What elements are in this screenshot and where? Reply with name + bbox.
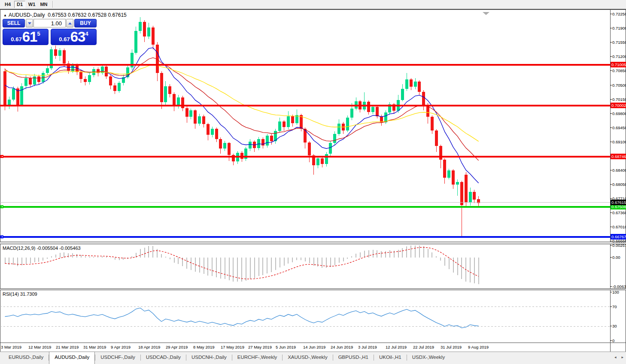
horizontal-level-line[interactable]	[0, 236, 610, 238]
timeframe-button-d1[interactable]: D1	[14, 1, 25, 8]
date-axis-label: 12 Jul 2019	[386, 345, 407, 349]
price-tick-label: 0.71900	[612, 26, 626, 30]
chart-tab-ukoil-h1[interactable]: UKOil-,H1	[374, 352, 407, 364]
chart-tab-usdcnh-daily[interactable]: USDCNH-,Daily	[186, 352, 232, 364]
price-tick-label: 0.69100	[612, 140, 626, 144]
chart-symbol-label: AUDUSD-,Daily	[9, 12, 45, 18]
date-axis-label: 27 May 2019	[248, 345, 272, 349]
date-axis-label: 31 Mar 2019	[83, 345, 106, 349]
price-tick-label: 0.68050	[612, 182, 626, 187]
one-click-trading-panel: SELL BUY 0.67615 0.67634	[3, 19, 97, 45]
buy-button[interactable]: BUY	[74, 19, 97, 27]
tab-scroll-controls: ◂ ▸	[614, 355, 623, 359]
volume-input[interactable]	[33, 19, 66, 27]
date-axis-label: 9 Apr 2019	[111, 345, 131, 349]
date-axis-label: 8 May 2019	[193, 345, 215, 349]
timeframe-button-mn[interactable]: MN	[38, 1, 49, 8]
chart-ohlc-values: 0.67553 0.67632 0.67528 0.67615	[48, 12, 127, 18]
chart-tab-xauusd-weekly[interactable]: XAUUSD-,Weekly	[283, 352, 332, 364]
horizontal-level-line[interactable]	[0, 64, 610, 66]
macd-indicator-pane[interactable]	[0, 244, 610, 288]
rsi-line	[5, 308, 479, 328]
chart-tab-eurchf-weekly[interactable]: EURCHF-,Weekly	[232, 352, 282, 364]
date-axis-label: 3 Jul 2019	[358, 345, 377, 349]
ema-fast-line	[5, 48, 479, 183]
rsi-tick-label: 70	[612, 304, 617, 309]
date-axis-label: 17 May 2019	[221, 345, 244, 349]
rsi-tick-label: 30	[612, 324, 617, 328]
macd-tick-label: -0.00632	[612, 284, 626, 289]
pane-splitter-dates	[0, 343, 626, 343]
arrow-down-icon	[28, 22, 31, 24]
date-axis-label: 24 Jun 2019	[331, 345, 353, 349]
level-price-label[interactable]: 0.71005	[611, 62, 626, 67]
chart-tab-eurusd-daily[interactable]: EURUSD-,Daily	[3, 352, 49, 364]
horizontal-level-line[interactable]	[0, 156, 610, 158]
chart-shift-marker-icon[interactable]	[483, 12, 489, 15]
macd-tick-label: 0.00	[612, 255, 620, 260]
chart-tab-audusd-daily[interactable]: AUDUSD-,Daily	[49, 352, 95, 364]
date-axis-label: 12 Mar 2019	[28, 345, 51, 349]
tab-scroll-right-icon[interactable]: ▸	[621, 355, 623, 359]
sell-price-box[interactable]: 0.67615	[3, 29, 49, 45]
price-tick-label: 0.70500	[612, 83, 626, 88]
toolbar-separator	[52, 1, 53, 8]
horizontal-level-line[interactable]	[0, 105, 610, 106]
rsi-label: RSI(14) 31.7309	[3, 291, 37, 297]
arrow-up-icon	[68, 22, 72, 24]
buy-price-box[interactable]: 0.67634	[51, 29, 97, 45]
date-axis-label: 5 Jun 2019	[276, 345, 296, 349]
level-price-label[interactable]: 0.66767	[611, 234, 626, 240]
candlesticks	[3, 17, 480, 237]
price-tick-label: 0.69800	[612, 111, 626, 116]
bid-price-label: 0.67615	[611, 200, 626, 205]
chart-tab-usdx-weekly[interactable]: USDX-,Weekly	[407, 352, 450, 364]
volume-control	[26, 19, 73, 27]
chart-tab-bar: EURUSD-,DailyAUDUSD-,DailyUSDCHF-,DailyU…	[0, 352, 626, 364]
sell-price-prefix: 0.67	[11, 36, 22, 45]
buy-price-pip: 4	[85, 29, 88, 37]
rsi-tick-label: 0	[612, 338, 614, 343]
horizontal-level-line[interactable]	[0, 206, 610, 208]
rsi-tick-label: 100	[612, 290, 619, 294]
buy-price-big: 63	[70, 29, 85, 45]
date-axis-label: 3 Mar 2019	[1, 345, 21, 349]
sell-price-big: 61	[22, 29, 37, 45]
date-axis-label: 22 Jul 2019	[413, 345, 434, 349]
price-tick-label: 0.70850	[612, 68, 626, 73]
sell-price-pip: 5	[37, 29, 40, 37]
macd-label: MACD(12,26,9) -0.005504 -0.005463	[3, 246, 81, 251]
chart-frame-top	[0, 9, 626, 10]
timeframe-button-h4[interactable]: H4	[2, 1, 13, 8]
chart-tab-usdchf-daily[interactable]: USDCHF-,Daily	[95, 352, 140, 364]
chart-tab-gbpusd-h1[interactable]: GBPUSD-,H1	[333, 352, 374, 364]
date-axis-label: 29 Apr 2019	[166, 345, 188, 349]
mt4-chart-window: H4D1W1MN ▲AUDUSD-,Daily 0.67553 0.67632 …	[0, 0, 626, 364]
timeframe-button-group: H4D1W1MN	[2, 1, 50, 8]
price-tick-label: 0.71550	[612, 40, 626, 45]
chart-tab-usdcad-daily[interactable]: USDCAD-,Daily	[141, 352, 186, 364]
one-click-panel-toggle-icon[interactable]: ▲	[3, 13, 7, 17]
date-axis-label: 9 Aug 2019	[468, 345, 489, 349]
level-price-label[interactable]: 0.68746	[611, 154, 626, 159]
tab-scroll-left-icon[interactable]: ◂	[614, 355, 617, 359]
date-axis-label: 21 Mar 2019	[56, 345, 79, 349]
timeframe-button-w1[interactable]: W1	[26, 1, 37, 8]
price-tick-label: 0.71200	[612, 54, 626, 59]
timeframe-toolbar: H4D1W1MN	[0, 0, 626, 9]
volume-increase-button[interactable]	[66, 19, 73, 27]
volume-decrease-button[interactable]	[26, 19, 33, 27]
chart-title: ▲AUDUSD-,Daily 0.67553 0.67632 0.67528 0…	[3, 12, 127, 18]
price-axis-border	[610, 10, 611, 352]
date-axis-label: 31 Jul 2019	[441, 345, 462, 349]
macd-tick-label: 0.002574	[612, 243, 626, 248]
price-tick-label: 0.67360	[612, 210, 626, 215]
rsi-indicator-pane[interactable]	[0, 290, 610, 343]
date-axis-label: 18 Apr 2019	[138, 345, 160, 349]
price-tick-label: 0.72250	[612, 12, 626, 16]
buy-price-prefix: 0.67	[59, 36, 70, 45]
price-tick-label: 0.70150	[612, 97, 626, 102]
price-tick-label: 0.68400	[612, 168, 626, 173]
sell-button[interactable]: SELL	[3, 19, 25, 27]
level-price-label[interactable]: 0.70002	[611, 103, 626, 108]
